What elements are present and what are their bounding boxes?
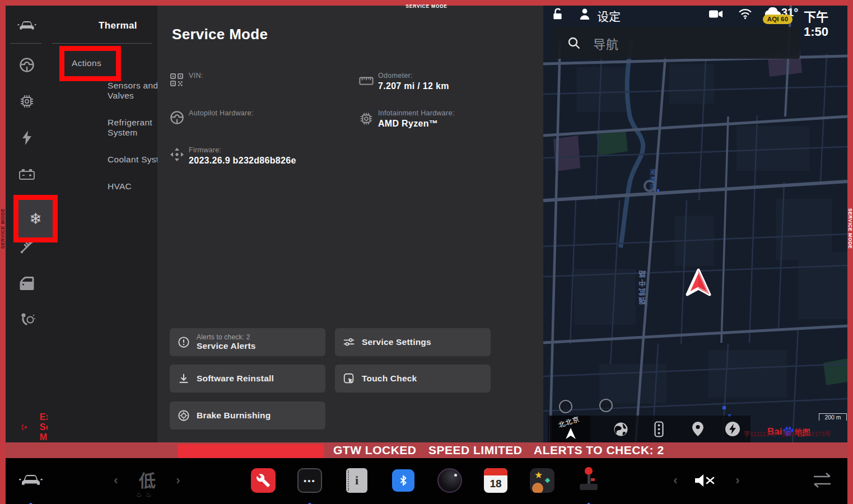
autopilot-value xyxy=(189,119,253,129)
speed-limited-label: SPEED LIMITED xyxy=(428,444,523,457)
actions-annotation-box: Actions xyxy=(59,46,121,81)
infotainment-info: Infotainment Hardware: AMD Ryzen™ xyxy=(378,109,455,129)
infotainment-label: Infotainment Hardware: xyxy=(378,109,455,117)
more-apps-button[interactable]: ••• xyxy=(297,468,322,493)
service-status-banner: GTW LOCKED SPEED LIMITED ALERTS TO CHECK… xyxy=(0,442,853,458)
volume-muted-button[interactable] xyxy=(693,473,717,488)
map-panel[interactable]: 强武中路 湘漕河 设定 31° AQI 60 下午1:50 导航 北北京 xyxy=(543,6,847,442)
theater-icon: ★ ◆ xyxy=(530,468,554,493)
touch-check-label: Touch Check xyxy=(362,374,417,384)
camera-app-button[interactable] xyxy=(437,468,462,493)
infotainment-value: AMD Ryzen™ xyxy=(378,119,455,129)
service-alerts-button[interactable]: Alerts to check: 2 Service Alerts xyxy=(170,328,325,356)
brake-burnishing-label: Brake Burnishing xyxy=(197,410,271,421)
media-next-chevron[interactable]: › xyxy=(733,474,743,487)
menu-item-actions[interactable]: Actions xyxy=(72,58,145,68)
swap-arrows-icon xyxy=(812,472,833,489)
battery-tab-icon[interactable] xyxy=(6,162,48,186)
climate-low-label: 低 xyxy=(139,467,156,492)
steering-tab-icon[interactable] xyxy=(6,53,48,77)
calendar-app-button[interactable]: 18 xyxy=(484,468,507,493)
screen: ❄ Exit Service Mode Thermal Sensors and … xyxy=(0,0,853,504)
service-settings-label: Service Settings xyxy=(362,337,431,347)
rail-divider xyxy=(10,43,41,44)
alerts-to-check-label: ALERTS TO CHECK: 2 xyxy=(534,444,664,457)
autopilot-label: Autopilot Hardware: xyxy=(189,109,253,117)
firmware-info: Firmware: 2023.26.9 b232d86b826e xyxy=(189,146,296,166)
thermal-menu-panel: Thermal Sensors and Valves Refrigerant S… xyxy=(48,6,157,442)
clock-label: 下午1:50 xyxy=(804,7,847,39)
map-attribution: 字11111342 - 京ICP证030173号 xyxy=(744,429,831,438)
brake-burnishing-button[interactable]: Brake Burnishing xyxy=(170,402,325,430)
chip-tab-icon[interactable] xyxy=(6,89,48,114)
service-mode-top-strip: SERVICE MODE xyxy=(0,0,853,6)
arcade-app-button[interactable] xyxy=(579,467,599,493)
download-icon xyxy=(178,372,190,385)
gtw-locked-label: GTW LOCKED xyxy=(333,444,416,457)
service-alerts-subtext: Alerts to check: 2 xyxy=(197,333,256,341)
software-reinstall-button[interactable]: Software Reinstall xyxy=(170,365,325,393)
camera-lens-icon xyxy=(437,468,462,493)
settings-label[interactable]: 设定 xyxy=(597,7,621,24)
service-app-button[interactable] xyxy=(251,468,276,493)
charging-button[interactable] xyxy=(725,421,740,437)
compass-cn-label: 北北京 xyxy=(557,413,580,429)
brake-disc-icon xyxy=(178,409,190,422)
infotainment-icon xyxy=(359,111,374,126)
menu-divider xyxy=(52,43,152,44)
star-glyph: ★ xyxy=(534,469,543,480)
notes-app-button[interactable]: i xyxy=(346,468,367,493)
media-previous-chevron[interactable]: ‹ xyxy=(670,474,680,487)
traffic-light-icon xyxy=(654,421,664,437)
dashcam-icon[interactable] xyxy=(709,10,723,18)
vin-value xyxy=(189,81,203,91)
nav-search-box[interactable]: 导航 xyxy=(552,27,800,59)
bluetooth-button[interactable] xyxy=(392,469,414,492)
high-voltage-tab-icon[interactable] xyxy=(6,125,48,150)
wifi-icon[interactable] xyxy=(738,8,752,19)
gem-glyph: ◆ xyxy=(545,476,550,484)
service-settings-button[interactable]: Service Settings xyxy=(335,328,491,356)
sliders-icon xyxy=(343,336,355,348)
traffic-button[interactable] xyxy=(651,421,666,437)
menu-title: Thermal xyxy=(99,20,137,31)
service-mode-right-strip: SERVICE MODE xyxy=(847,0,853,504)
page-title: Service Mode xyxy=(172,26,268,43)
vin-label: VIN: xyxy=(189,72,203,80)
street-name-label: 强武中路 xyxy=(637,269,648,305)
banner-highlight-segment xyxy=(178,444,324,458)
firmware-label: Firmware: xyxy=(189,146,296,154)
fan-speed-increase-chevron[interactable]: › xyxy=(173,474,183,487)
nav-search-placeholder: 导航 xyxy=(593,34,619,52)
calendar-day: 18 xyxy=(484,475,507,492)
fan-speed-decrease-chevron[interactable]: ‹ xyxy=(111,474,121,487)
theater-app-button[interactable]: ★ ◆ xyxy=(530,468,554,493)
river-name-label: 湘漕河 xyxy=(647,169,656,191)
odometer-icon xyxy=(359,74,374,88)
north-arrow-icon xyxy=(566,428,576,439)
autopilot-icon xyxy=(170,110,184,125)
map-mode-button[interactable] xyxy=(613,421,628,437)
service-mode-right-label: SERVICE MODE xyxy=(847,208,853,249)
odometer-value: 7.207 mi / 12 km xyxy=(378,81,449,91)
software-reinstall-label: Software Reinstall xyxy=(197,374,274,384)
joystick-icon xyxy=(579,467,599,493)
touch-check-button[interactable]: Touch Check xyxy=(335,365,491,393)
calendar-icon: 18 xyxy=(484,468,507,493)
taskbar: ‹ 低 ♨♨ › ••• i 18 ★ ◆ xyxy=(0,458,853,504)
climate-temp-button[interactable]: 低 xyxy=(134,468,160,491)
unlocked-icon[interactable] xyxy=(552,8,563,20)
touch-icon xyxy=(343,372,355,385)
compass-button[interactable]: 北北京 xyxy=(550,416,590,442)
vehicle-controls-button[interactable] xyxy=(17,470,45,488)
driver-profile-icon[interactable] xyxy=(579,8,590,20)
door-tab-icon[interactable] xyxy=(6,271,48,296)
notes-icon: i xyxy=(346,468,367,493)
vehicle-tab-icon[interactable] xyxy=(6,13,48,38)
odometer-info: Odometer: 7.207 mi / 12 km xyxy=(378,72,449,91)
alert-icon xyxy=(178,336,190,348)
airbag-tab-icon[interactable] xyxy=(6,307,48,332)
media-source-swap-button[interactable] xyxy=(811,470,833,491)
pin-button[interactable] xyxy=(690,421,706,437)
snowflake-icon[interactable]: ❄ xyxy=(29,210,42,227)
